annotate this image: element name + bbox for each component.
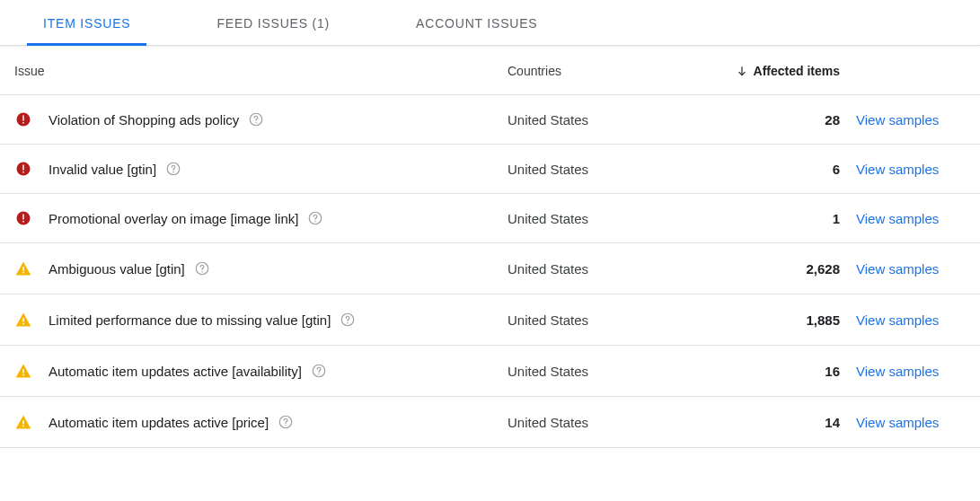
issue-title-wrap: Promotional overlay on image [image link… (49, 210, 323, 226)
svg-point-23 (348, 322, 349, 324)
table-row: Promotional overlay on image [image link… (0, 194, 980, 243)
svg-point-10 (172, 171, 174, 173)
cell-affected: 1 (687, 211, 840, 226)
error-icon (15, 111, 31, 127)
tab-account-issues[interactable]: ACCOUNT ISSUES (409, 0, 544, 45)
issue-title-wrap: Invalid value [gtin] (49, 161, 181, 177)
issue-title: Automatic item updates active [price] (49, 415, 269, 430)
tab-item-issues[interactable]: ITEM ISSUES (36, 0, 137, 45)
view-samples-link[interactable]: View samples (856, 211, 939, 226)
cell-issue: Ambiguous value [gtin] (14, 259, 508, 277)
svg-rect-25 (22, 374, 24, 376)
warning-icon (14, 413, 32, 431)
view-samples-link[interactable]: View samples (856, 415, 939, 430)
svg-rect-24 (22, 369, 24, 373)
svg-rect-12 (22, 215, 24, 220)
cell-affected: 28 (687, 112, 840, 127)
warning-icon (14, 311, 32, 329)
table-row: Violation of Shopping ads policyUnited S… (0, 95, 980, 145)
svg-rect-8 (22, 171, 24, 173)
cell-issue: Automatic item updates active [availabil… (14, 362, 508, 380)
severity-error (14, 161, 32, 177)
issue-title-wrap: Limited performance due to missing value… (49, 312, 356, 328)
help-icon[interactable] (340, 312, 356, 328)
cell-action: View samples (840, 312, 966, 328)
svg-rect-13 (22, 221, 24, 223)
table-row: Limited performance due to missing value… (0, 294, 980, 346)
cell-action: View samples (840, 261, 966, 277)
issue-title-wrap: Violation of Shopping ads policy (49, 111, 264, 127)
cell-action: View samples (840, 415, 966, 430)
cell-issue: Invalid value [gtin] (14, 161, 508, 177)
svg-rect-7 (22, 165, 24, 171)
svg-point-19 (201, 271, 203, 273)
svg-rect-2 (22, 116, 24, 121)
help-icon[interactable] (278, 414, 294, 430)
help-icon[interactable] (311, 363, 327, 379)
cell-issue: Limited performance due to missing value… (14, 311, 508, 329)
help-icon[interactable] (194, 260, 210, 277)
column-header-countries[interactable]: Countries (508, 64, 687, 78)
svg-rect-28 (22, 420, 24, 424)
view-samples-link[interactable]: View samples (856, 261, 939, 277)
cell-action: View samples (840, 112, 966, 127)
cell-issue: Promotional overlay on image [image link… (14, 210, 508, 226)
svg-rect-20 (22, 318, 24, 321)
cell-country: United States (508, 211, 687, 226)
view-samples-link[interactable]: View samples (856, 112, 939, 127)
cell-affected: 14 (687, 415, 840, 430)
view-samples-link[interactable]: View samples (856, 364, 939, 379)
column-header-issue[interactable]: Issue (14, 64, 508, 78)
svg-point-15 (315, 221, 317, 223)
svg-rect-17 (22, 272, 24, 274)
severity-warning (14, 311, 32, 329)
help-icon[interactable] (165, 161, 181, 177)
column-header-affected[interactable]: Affected items (687, 64, 840, 78)
issue-title-wrap: Automatic item updates active [price] (49, 414, 294, 430)
severity-warning (14, 259, 32, 277)
severity-warning (14, 413, 32, 431)
svg-rect-16 (22, 267, 24, 270)
issue-title: Promotional overlay on image [image link… (49, 211, 298, 226)
svg-rect-21 (22, 323, 24, 325)
view-samples-link[interactable]: View samples (856, 312, 939, 328)
warning-icon (14, 362, 32, 380)
view-samples-link[interactable]: View samples (856, 162, 939, 177)
issue-title: Limited performance due to missing value… (49, 312, 331, 328)
issue-title: Violation of Shopping ads policy (49, 112, 239, 127)
cell-affected: 6 (687, 162, 840, 177)
help-icon[interactable] (307, 210, 323, 226)
svg-rect-29 (22, 426, 24, 427)
issue-title-wrap: Automatic item updates active [availabil… (49, 363, 327, 379)
cell-country: United States (508, 261, 687, 277)
warning-icon (14, 259, 32, 277)
severity-error (14, 111, 32, 127)
tabs-bar: ITEM ISSUES FEED ISSUES (1) ACCOUNT ISSU… (0, 0, 980, 46)
issue-title: Automatic item updates active [availabil… (49, 364, 302, 379)
cell-issue: Automatic item updates active [price] (14, 413, 508, 431)
issue-title: Ambiguous value [gtin] (49, 261, 185, 277)
cell-action: View samples (840, 162, 966, 177)
cell-country: United States (508, 112, 687, 127)
cell-action: View samples (840, 364, 966, 379)
severity-warning (14, 362, 32, 380)
severity-error (14, 210, 32, 226)
help-icon[interactable] (248, 111, 264, 127)
table-row: Automatic item updates active [availabil… (0, 346, 980, 397)
table-row: Automatic item updates active [price]Uni… (0, 397, 980, 448)
cell-country: United States (508, 162, 687, 177)
table-header: Issue Countries Affected items (0, 46, 980, 95)
tab-feed-issues[interactable]: FEED ISSUES (1) (209, 0, 337, 45)
svg-rect-3 (22, 122, 24, 124)
cell-issue: Violation of Shopping ads policy (14, 111, 508, 127)
column-header-affected-label: Affected items (754, 64, 840, 78)
cell-affected: 16 (687, 364, 840, 379)
svg-point-31 (285, 425, 287, 426)
issue-title: Invalid value [gtin] (49, 162, 156, 177)
cell-action: View samples (840, 211, 966, 226)
cell-affected: 2,628 (687, 261, 840, 277)
cell-country: United States (508, 312, 687, 328)
svg-point-5 (256, 122, 258, 124)
svg-point-27 (318, 374, 320, 375)
cell-country: United States (508, 364, 687, 379)
